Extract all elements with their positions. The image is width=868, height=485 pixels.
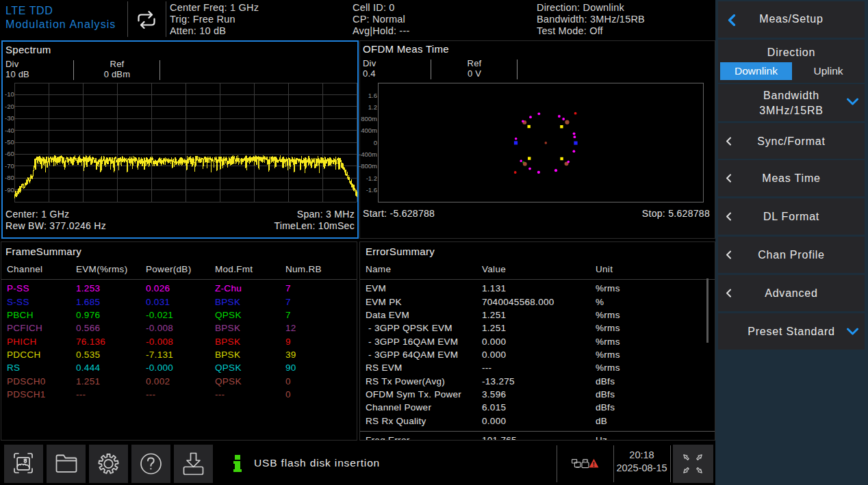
svg-text:-40: -40 bbox=[5, 127, 14, 134]
svg-text:400m: 400m bbox=[361, 127, 377, 134]
svg-text:-800m: -800m bbox=[359, 162, 377, 170]
svg-text:-30: -30 bbox=[5, 114, 14, 122]
svg-text:-80: -80 bbox=[5, 174, 14, 181]
svg-text:-60: -60 bbox=[5, 150, 14, 157]
svg-text:-1.6: -1.6 bbox=[366, 186, 377, 194]
svg-text:-90: -90 bbox=[5, 186, 14, 194]
svg-text:-400m: -400m bbox=[359, 150, 377, 158]
svg-text:1.6: 1.6 bbox=[368, 92, 377, 99]
svg-text:-20: -20 bbox=[5, 103, 14, 110]
svg-text:800m: 800m bbox=[361, 115, 377, 122]
svg-text:-10: -10 bbox=[5, 90, 14, 98]
svg-text:0: 0 bbox=[374, 139, 377, 146]
svg-text:1.2: 1.2 bbox=[368, 103, 377, 111]
svg-text:-70: -70 bbox=[5, 162, 14, 170]
svg-text:-50: -50 bbox=[5, 138, 14, 146]
svg-text:-1.2: -1.2 bbox=[366, 174, 377, 182]
